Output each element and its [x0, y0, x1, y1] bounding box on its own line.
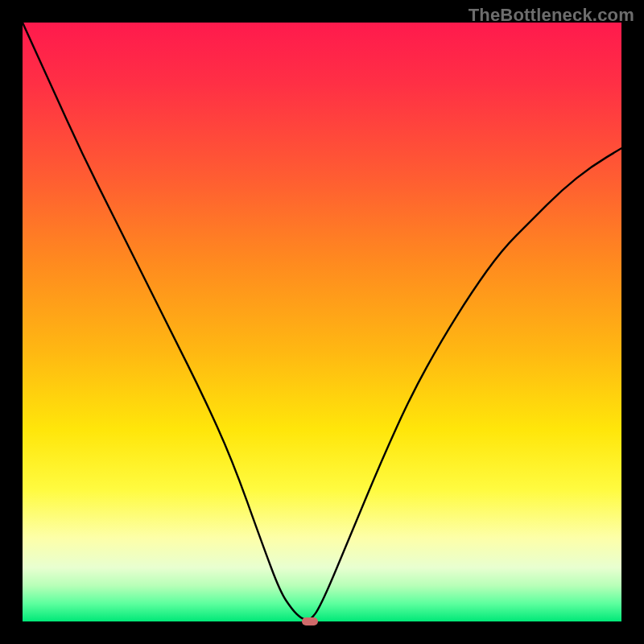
watermark-text: TheBottleneck.com	[469, 5, 634, 26]
plot-area	[23, 23, 621, 621]
curve-layer	[23, 23, 621, 621]
bottleneck-curve	[23, 23, 621, 620]
optimum-marker	[302, 617, 318, 625]
chart-stage: TheBottleneck.com	[0, 0, 644, 644]
